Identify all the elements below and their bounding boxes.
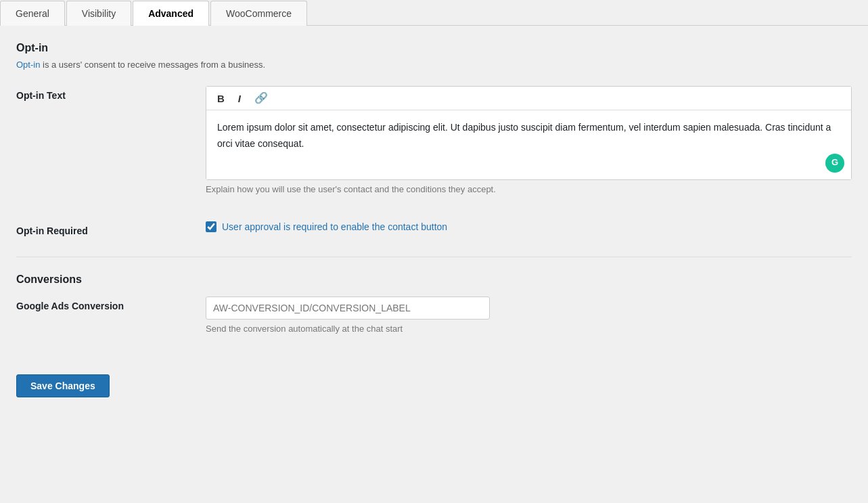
optin-section-title: Opt-in [16, 42, 852, 54]
google-ads-label: Google Ads Conversion [16, 297, 206, 311]
link-button[interactable]: 🔗 [250, 91, 272, 106]
optin-required-text-highlight: User approval is required to enable the … [222, 221, 447, 232]
italic-button[interactable]: I [234, 91, 245, 106]
tab-woocommerce[interactable]: WooCommerce [210, 1, 307, 26]
editor-wrapper: B I 🔗 Lorem ipsum dolor sit amet, consec… [206, 86, 852, 180]
optin-desc-suffix: is a users' consent to receive messages … [40, 60, 265, 70]
google-ads-row: Google Ads Conversion Send the conversio… [16, 297, 852, 347]
bold-button[interactable]: B [213, 91, 229, 106]
section-divider [16, 257, 852, 257]
google-ads-input[interactable] [206, 297, 490, 320]
editor-body-text: Lorem ipsum dolor sit amet, consectetur … [217, 120, 840, 152]
editor-toolbar: B I 🔗 [206, 87, 851, 110]
optin-required-checkbox-label: User approval is required to enable the … [222, 221, 447, 232]
google-ads-field: Send the conversion automatically at the… [206, 297, 852, 334]
tab-visibility[interactable]: Visibility [66, 1, 131, 26]
optin-link[interactable]: Opt-in [16, 60, 40, 70]
optin-required-field: User approval is required to enable the … [206, 221, 852, 232]
optin-text-hint: Explain how you will use the user's cont… [206, 184, 852, 194]
tab-general[interactable]: General [0, 1, 65, 26]
content-area: Opt-in Opt-in is a users' consent to rec… [0, 26, 868, 414]
optin-section-desc: Opt-in is a users' consent to receive me… [16, 60, 852, 70]
tabs-bar: General Visibility Advanced WooCommerce [0, 0, 868, 26]
conversions-section-title: Conversions [16, 274, 852, 286]
google-ads-hint: Send the conversion automatically at the… [206, 324, 852, 334]
optin-required-label: Opt-in Required [16, 221, 206, 236]
optin-required-checkbox[interactable] [206, 221, 216, 232]
optin-text-label: Opt-in Text [16, 86, 206, 101]
tab-advanced[interactable]: Advanced [133, 1, 209, 26]
optin-text-field: B I 🔗 Lorem ipsum dolor sit amet, consec… [206, 86, 852, 194]
grammarly-icon[interactable]: G [825, 154, 844, 173]
optin-required-row: Opt-in Required User approval is require… [16, 221, 852, 243]
save-button[interactable]: Save Changes [16, 374, 110, 397]
page-wrapper: General Visibility Advanced WooCommerce … [0, 0, 868, 414]
optin-text-row: Opt-in Text B I 🔗 Lorem ipsum dolor sit … [16, 86, 852, 208]
editor-body[interactable]: Lorem ipsum dolor sit amet, consectetur … [206, 110, 851, 179]
optin-required-checkbox-row: User approval is required to enable the … [206, 221, 852, 232]
